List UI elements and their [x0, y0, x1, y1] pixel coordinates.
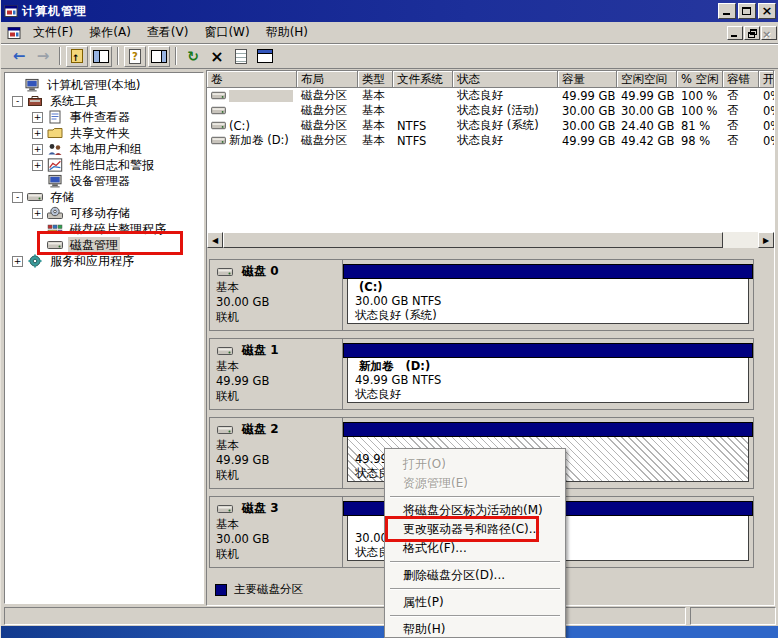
- up-one-level-icon[interactable]: [66, 46, 88, 67]
- system-tools-icon: [27, 94, 43, 108]
- table-row[interactable]: 新加卷 (D:) 磁盘分区 基本 NTFS 状态良好 49.99 GB 49.4…: [207, 133, 774, 148]
- show-hide-action-pane-icon[interactable]: [148, 46, 170, 67]
- expander-icon[interactable]: +: [32, 112, 43, 123]
- disk-name: 磁盘 1: [242, 343, 279, 358]
- properties-icon[interactable]: [230, 46, 252, 67]
- disk-1-label[interactable]: 磁盘 1 基本 49.99 GB 联机: [210, 339, 343, 409]
- tree-item-removable-storage[interactable]: + 可移动存储: [5, 205, 203, 221]
- disk-icon: [216, 424, 234, 436]
- disk-icon: [216, 266, 234, 278]
- tree-item-local-users[interactable]: + 本地用户和组: [5, 141, 203, 157]
- menu-window[interactable]: 窗口(W): [196, 22, 257, 43]
- maximize-button[interactable]: [738, 3, 756, 19]
- tree-item-label: 服务和应用程序: [48, 253, 136, 270]
- close-button[interactable]: [758, 3, 776, 19]
- performance-icon: [47, 158, 63, 172]
- col-layout[interactable]: 布局: [297, 71, 358, 88]
- mdi-minimize-button[interactable]: [727, 26, 743, 40]
- shared-folders-icon: [47, 126, 63, 140]
- tree-item-event-viewer[interactable]: + 事件查看器: [5, 109, 203, 125]
- disk-3-label[interactable]: 磁盘 3 基本 30.00 GB 联机: [210, 497, 343, 567]
- tree-item-storage[interactable]: - 存储: [5, 189, 203, 205]
- back-icon[interactable]: [8, 46, 30, 67]
- disk-2-label[interactable]: 磁盘 2 基本 49.99 GB 联机: [210, 418, 343, 488]
- disk-management-view-icon[interactable]: [254, 46, 276, 67]
- col-pct-free[interactable]: % 空闲: [677, 71, 723, 88]
- col-volume[interactable]: 卷: [207, 71, 297, 88]
- tree-item-device-manager[interactable]: 设备管理器: [5, 173, 203, 189]
- col-status[interactable]: 状态: [453, 71, 558, 88]
- disk-1-partition[interactable]: 新加卷 (D:) 49.99 GB NTFS 状态良好: [343, 339, 753, 409]
- col-capacity[interactable]: 容量: [558, 71, 617, 88]
- status-cell-right: [690, 607, 776, 625]
- scrollbar-thumb[interactable]: [223, 232, 723, 248]
- menu-item-open: 打开(O): [387, 455, 563, 474]
- col-filesystem[interactable]: 文件系统: [393, 71, 453, 88]
- disk-0-partition[interactable]: (C:) 30.00 GB NTFS 状态良好 (系统): [343, 260, 753, 330]
- tree-item-label: 本地用户和组: [68, 141, 144, 158]
- table-row[interactable]: 磁盘分区 基本 状态良好 49.99 GB 49.99 GB 100 % 否 0…: [207, 88, 774, 103]
- expander-icon[interactable]: +: [32, 160, 43, 171]
- disk-icon: [216, 345, 234, 357]
- partition-detail: 30.00 GB NTFS: [355, 294, 741, 308]
- menu-item-properties[interactable]: 属性(P): [387, 593, 563, 612]
- horizontal-scrollbar[interactable]: ◀ ▶: [207, 232, 774, 248]
- menu-item-help[interactable]: 帮助(H): [387, 620, 563, 638]
- col-free-space[interactable]: 空闲空间: [617, 71, 677, 88]
- cell-pct-free: 100 %: [677, 104, 723, 118]
- table-row[interactable]: 磁盘分区 基本 状态良好 (活动) 30.00 GB 30.00 GB 100 …: [207, 103, 774, 118]
- cell-type: 基本: [358, 133, 393, 148]
- mdi-restore-button[interactable]: [744, 26, 760, 40]
- menu-view[interactable]: 查看(V): [139, 22, 197, 43]
- col-type[interactable]: 类型: [358, 71, 393, 88]
- cell-filesystem: NTFS: [393, 119, 453, 133]
- scrollbar-track[interactable]: [723, 232, 758, 248]
- help-doc-icon[interactable]: [124, 46, 146, 67]
- tree-item-services-applications[interactable]: + 服务和应用程序: [5, 253, 203, 269]
- menu-action[interactable]: 操作(A): [81, 22, 139, 43]
- expander-icon[interactable]: +: [32, 144, 43, 155]
- partition-color-band: [343, 422, 753, 437]
- disk-status: 联机: [216, 468, 342, 483]
- expander-icon[interactable]: +: [32, 128, 43, 139]
- show-hide-tree-icon[interactable]: [90, 46, 112, 67]
- forward-icon[interactable]: [32, 46, 54, 67]
- local-users-icon: [47, 142, 63, 156]
- expander-icon[interactable]: +: [32, 208, 43, 219]
- scroll-right-icon[interactable]: ▶: [758, 232, 774, 248]
- col-fault-tolerance[interactable]: 容错: [723, 71, 759, 88]
- toolbar-separator: [59, 47, 61, 65]
- cell-fault-tolerance: 否: [723, 118, 759, 133]
- menu-help[interactable]: 帮助(H): [258, 22, 316, 43]
- scroll-left-icon[interactable]: ◀: [207, 232, 223, 248]
- volume-list-header: 卷 布局 类型 文件系统 状态 容量 空闲空间 % 空闲 容错 开销: [207, 71, 774, 88]
- menu-item-delete-partition[interactable]: 删除磁盘分区(D)...: [387, 566, 563, 585]
- cell-fault-tolerance: 否: [723, 88, 759, 103]
- delete-icon[interactable]: [206, 46, 228, 67]
- volume-icon: [211, 90, 226, 101]
- disk-0-label[interactable]: 磁盘 0 基本 30.00 GB 联机: [210, 260, 343, 330]
- minimize-button[interactable]: [718, 3, 736, 19]
- computer-icon: [24, 78, 40, 92]
- col-overhead[interactable]: 开销: [759, 71, 774, 88]
- tree-item-performance-logs[interactable]: + 性能日志和警报: [5, 157, 203, 173]
- refresh-icon[interactable]: [182, 46, 204, 67]
- mdi-close-button[interactable]: [761, 26, 777, 40]
- tree-item-system-tools[interactable]: - 系统工具: [5, 93, 203, 109]
- expander-icon[interactable]: -: [12, 96, 23, 107]
- cell-fault-tolerance: 否: [723, 133, 759, 148]
- tree-item-shared-folders[interactable]: + 共享文件夹: [5, 125, 203, 141]
- expander-icon[interactable]: +: [12, 256, 23, 267]
- disk-size: 49.99 GB: [216, 374, 342, 389]
- annotation-box-change-drive-letter: [385, 516, 539, 542]
- menu-separator: [390, 588, 560, 590]
- event-viewer-icon: [47, 110, 63, 124]
- tree-item-computer-management[interactable]: 计算机管理(本地): [5, 77, 203, 93]
- disk-type: 基本: [216, 280, 342, 295]
- menu-file[interactable]: 文件(F): [25, 22, 81, 43]
- table-row[interactable]: (C:) 磁盘分区 基本 NTFS 状态良好 (系统) 30.00 GB 24.…: [207, 118, 774, 133]
- disk-type: 基本: [216, 359, 342, 374]
- cell-layout: 磁盘分区: [297, 88, 358, 103]
- expander-icon[interactable]: -: [12, 192, 23, 203]
- cell-free-space: 49.99 GB: [617, 89, 677, 103]
